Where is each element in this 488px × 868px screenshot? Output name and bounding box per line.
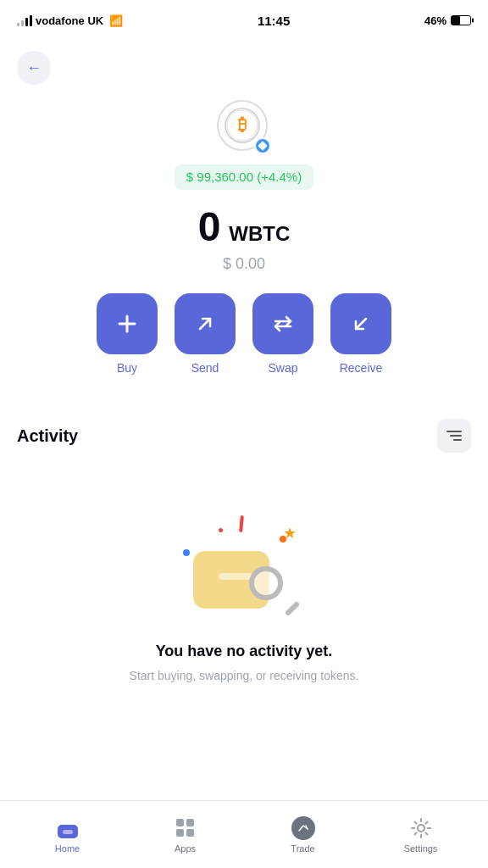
magnifier-icon [249,566,300,617]
activity-title: Activity [17,426,78,446]
price-badge: $ 99,360.00 (+4.4%) [175,164,313,190]
decor-dot-red [219,528,223,532]
action-buttons: Buy Send [80,293,408,375]
token-symbol: WBTC [229,222,290,246]
decor-star: ★ [283,524,297,542]
token-icon-wrapper: ₿ [217,100,271,154]
svg-line-5 [200,319,210,329]
receive-action: Receive [330,293,391,375]
nav-item-home[interactable]: Home [8,810,126,860]
settings-icon [409,816,433,840]
token-section: ₿ $ 99,360.00 (+4.4%) 0 WBTC $ 0.00 [0,92,488,419]
empty-title: You have no activity yet. [156,643,333,660]
decor-stick-red [239,515,244,532]
nav-label-trade: Trade [291,843,314,854]
balance-row: 0 WBTC [198,203,291,250]
activity-section: Activity ★ [0,419,488,702]
nav-item-trade[interactable]: Trade [244,810,362,860]
swap-action: Swap [252,293,313,375]
token-price: $ 99,360.00 (+4.4%) [186,170,302,184]
carrier-info: vodafone UK 📶 [17,14,123,27]
svg-text:₿: ₿ [238,115,247,134]
wifi-icon: 📶 [109,14,123,27]
buy-action: Buy [97,293,158,375]
token-network-badge [254,137,271,154]
nav-label-apps: Apps [175,843,196,854]
back-button[interactable]: ← [17,51,51,85]
battery-percent: 46% [424,14,446,27]
carrier-name: vodafone UK [36,14,103,27]
status-bar: vodafone UK 📶 11:45 46% [0,0,488,37]
nav-label-settings: Settings [404,843,438,854]
trade-icon [291,816,315,840]
filter-icon [446,431,462,441]
swap-label: Swap [268,361,297,375]
battery-icon [451,15,471,25]
bottom-nav: Home Apps Trade [0,800,488,868]
svg-point-12 [418,825,424,832]
activity-header: Activity [17,419,471,453]
main-content: ← ₿ $ 99,360.00 (+4.4%) 0 WBTC $ 0.00 [0,37,488,800]
time-display: 11:45 [258,14,290,28]
apps-icon [174,816,197,840]
receive-label: Receive [340,361,383,375]
home-icon [56,816,80,840]
svg-rect-10 [63,830,73,834]
balance-usd: $ 0.00 [223,255,265,273]
nav-item-settings[interactable]: Settings [362,810,480,860]
filter-button[interactable] [437,419,471,453]
receive-button[interactable] [330,293,391,354]
wallet-strip [219,573,252,580]
send-button[interactable] [175,293,236,354]
swap-button[interactable] [252,293,313,354]
svg-line-8 [356,319,366,329]
balance-amount: 0 [198,203,221,250]
buy-label: Buy [117,361,137,375]
battery-info: 46% [424,14,471,27]
nav-item-apps[interactable]: Apps [126,810,244,860]
send-action: Send [175,293,236,375]
signal-icon [17,14,32,26]
back-btn-container: ← [0,37,488,92]
empty-subtitle: Start buying, swapping, or receiving tok… [130,667,359,685]
buy-button[interactable] [97,293,158,354]
nav-label-home: Home [55,843,80,854]
decor-dot-blue [183,549,190,556]
empty-illustration: ★ [176,490,312,626]
empty-state: ★ You have no activity yet. Start buying… [17,473,471,702]
send-label: Send [191,361,219,375]
